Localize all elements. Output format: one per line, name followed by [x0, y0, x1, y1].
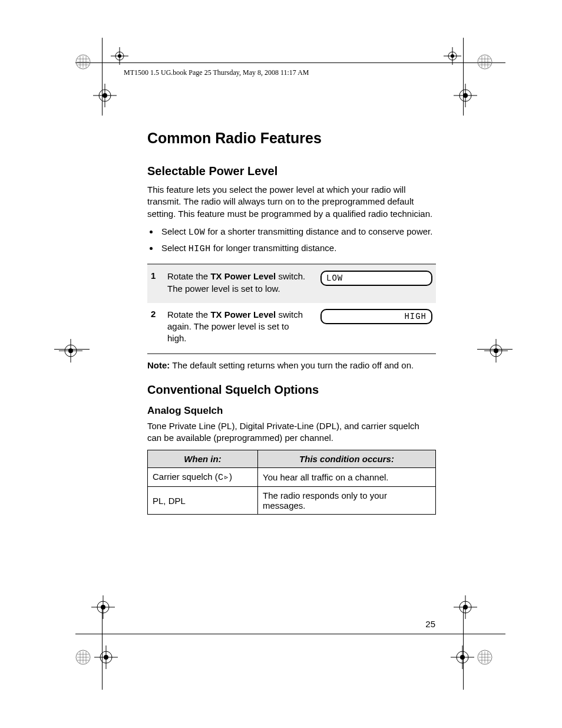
registration-cross-icon [91, 595, 115, 619]
bullet-list: Select LOW for a shorter transmitting di… [159, 226, 436, 256]
code-low: LOW [189, 228, 206, 238]
registration-mark-icon [476, 648, 494, 666]
radio-display-high: HIGH [320, 309, 432, 324]
page-title: Common Radio Features [147, 130, 436, 147]
svg-point-18 [451, 54, 454, 58]
step-text-bold: TX Power Level [210, 309, 276, 319]
svg-point-19 [478, 55, 492, 69]
bullet-text: for a shorter transmitting distance and … [205, 226, 432, 236]
svg-point-28 [459, 90, 471, 101]
table-header: When in: [148, 450, 258, 468]
step-number: 2 [151, 309, 167, 319]
step-instruction: Rotate the TX Power Level switch. The po… [167, 271, 309, 295]
step-number: 1 [151, 271, 167, 281]
crop-rule [102, 38, 103, 116]
section-intro-power: This feature lets you select the power l… [147, 184, 436, 220]
carrier-squelch-icon: C▹ [218, 473, 229, 483]
bullet-text: Select [161, 226, 189, 236]
steps-table: 1 Rotate the TX Power Level switch. The … [147, 263, 436, 354]
svg-point-67 [460, 655, 465, 660]
crop-rule [477, 349, 513, 350]
subsection-heading-analog: Analog Squelch [147, 405, 436, 417]
crop-rule [463, 38, 464, 116]
svg-point-9 [99, 90, 111, 101]
document-header: MT1500 1.5 UG.book Page 25 Thursday, May… [124, 68, 309, 77]
table-header-row: When in: This condition occurs: [148, 450, 436, 468]
table-cell: You hear all traffic on a channel. [258, 468, 436, 487]
registration-cross-icon [484, 339, 508, 363]
crop-rule [54, 349, 90, 350]
squelch-table: When in: This condition occurs: Carrier … [147, 450, 436, 515]
table-header: This condition occurs: [258, 450, 436, 468]
registration-cross-icon [451, 645, 474, 669]
bullet-low: Select LOW for a shorter transmitting di… [159, 226, 436, 239]
svg-point-29 [463, 93, 468, 98]
table-cell: Carrier squelch (C▹) [148, 468, 258, 487]
crop-rule [75, 62, 505, 63]
note-label: Note: [147, 360, 170, 370]
svg-point-57 [478, 650, 492, 664]
crop-rule [75, 634, 505, 634]
registration-cross-icon [454, 595, 477, 619]
registration-mark-icon [476, 53, 494, 71]
bullet-text: for longer transmitting distance. [211, 243, 336, 253]
registration-cross-icon [94, 645, 118, 669]
table-row: PL, DPL The radio responds only to your … [148, 487, 436, 515]
svg-point-56 [463, 605, 468, 610]
svg-point-42 [76, 650, 90, 664]
table-row: Carrier squelch (C▹) You hear all traffi… [148, 468, 436, 487]
svg-point-0 [76, 55, 90, 69]
code-high: HIGH [189, 244, 211, 254]
bullet-high: Select HIGH for longer transmitting dist… [159, 242, 436, 255]
radio-display-low: LOW [320, 271, 432, 286]
svg-point-32 [490, 345, 502, 357]
svg-point-40 [97, 601, 109, 613]
svg-point-14 [118, 54, 121, 58]
step-text-part: Rotate the [167, 271, 210, 281]
note-text: The default setting returns when you tur… [170, 360, 414, 370]
step-instruction: Rotate the TX Power Level switch again. … [167, 309, 309, 345]
step-text-part: Rotate the [167, 309, 210, 319]
page: MT1500 1.5 UG.book Page 25 Thursday, May… [0, 0, 562, 728]
crop-rule [463, 607, 464, 690]
cell-text: PL, DPL [153, 496, 186, 506]
section-intro-squelch: Tone Private Line (PL), Digital Private-… [147, 420, 436, 444]
svg-point-66 [457, 651, 468, 663]
step-row: 2 Rotate the TX Power Level switch again… [147, 303, 436, 353]
page-number: 25 [425, 619, 435, 629]
bullet-text: Select [161, 243, 189, 253]
crop-rule [102, 607, 103, 690]
svg-point-10 [103, 93, 107, 98]
svg-point-55 [459, 601, 471, 613]
section-heading-squelch: Conventional Squelch Options [147, 383, 436, 397]
registration-cross-icon [59, 339, 82, 363]
table-cell: PL, DPL [148, 487, 258, 515]
cell-text: Carrier squelch ( [153, 472, 218, 482]
registration-cross-icon [454, 84, 477, 107]
content-area: Common Radio Features Selectable Power L… [147, 130, 436, 515]
step-row: 1 Rotate the TX Power Level switch. The … [147, 265, 436, 303]
svg-point-17 [448, 52, 457, 60]
svg-point-36 [65, 345, 77, 357]
note: Note: The default setting returns when y… [147, 360, 436, 370]
registration-mark-icon [74, 648, 92, 666]
registration-cross-icon [93, 84, 117, 107]
registration-mark-icon [74, 53, 92, 71]
svg-point-13 [115, 52, 124, 60]
table-cell: The radio responds only to your messages… [258, 487, 436, 515]
section-heading-power: Selectable Power Level [147, 164, 436, 178]
cell-text: ) [229, 472, 232, 482]
svg-point-52 [104, 655, 108, 660]
step-text-bold: TX Power Level [210, 271, 276, 281]
